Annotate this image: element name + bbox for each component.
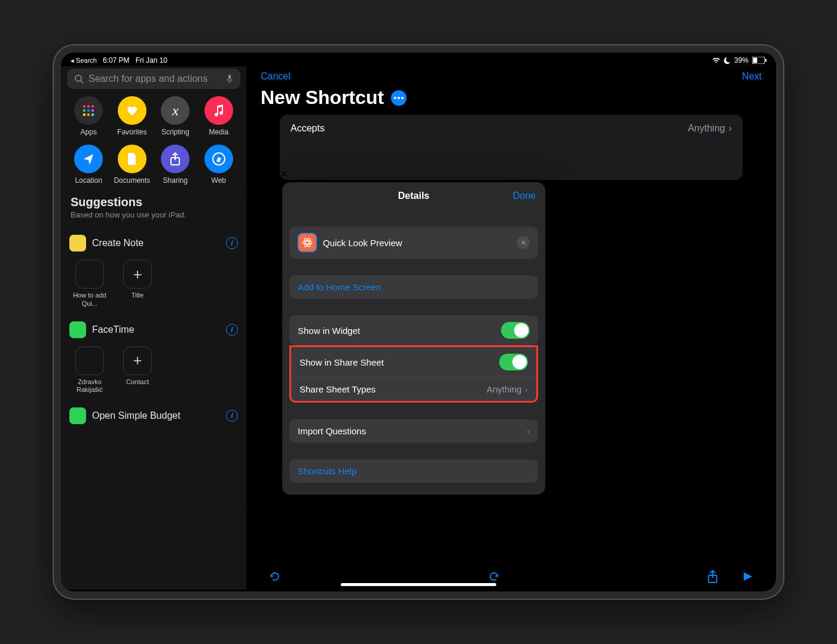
shortcut-name-field[interactable]: Quick Look Preview xyxy=(323,238,511,248)
app-icon xyxy=(69,407,86,424)
suggestion-tile[interactable]: Zdravko Rakijašić xyxy=(69,346,110,395)
search-input-container[interactable] xyxy=(67,69,240,89)
chevron-right-icon: › xyxy=(527,427,530,436)
category-media[interactable]: Media xyxy=(197,96,241,136)
search-icon xyxy=(74,74,84,84)
editor-toolbar xyxy=(258,563,764,590)
chevron-right-icon: › xyxy=(729,123,732,134)
done-button[interactable]: Done xyxy=(513,191,536,201)
category-grid: AppsFavoritesxScriptingMediaLocationDocu… xyxy=(67,96,240,185)
share-button[interactable] xyxy=(705,569,720,584)
suggestion-tile[interactable]: +Title xyxy=(117,260,158,308)
suggestion-tile[interactable]: How to add Qui... xyxy=(69,260,110,308)
svg-rect-14 xyxy=(91,114,94,116)
svg-rect-6 xyxy=(83,105,85,108)
action-library-sidebar: AppsFavoritesxScriptingMediaLocationDocu… xyxy=(61,66,246,590)
suggestion-create-note[interactable]: Create Note i xyxy=(67,231,240,255)
undo-button[interactable] xyxy=(268,569,282,584)
popover-title: Details xyxy=(398,191,429,201)
info-button[interactable]: i xyxy=(226,410,238,422)
svg-rect-5 xyxy=(228,75,231,79)
suggestions-title: Suggestions xyxy=(71,195,237,209)
suggestion-tile[interactable]: +Contact xyxy=(117,346,158,395)
svg-rect-1 xyxy=(753,58,757,63)
add-to-home-screen[interactable]: Add to Home Screen xyxy=(289,275,538,299)
show-in-share-sheet-row: Show in Share Sheet xyxy=(291,347,536,377)
redo-button[interactable] xyxy=(487,569,501,584)
delete-action-button[interactable]: ✕ xyxy=(280,168,743,180)
category-sharing[interactable]: Sharing xyxy=(154,145,197,185)
chevron-right-icon: › xyxy=(525,385,528,394)
suggestion-open-simple-budget[interactable]: Open Simple Budget i xyxy=(67,404,240,428)
suggestions-header: Suggestions Based on how you use your iP… xyxy=(67,194,240,222)
wifi-icon xyxy=(712,57,720,63)
svg-rect-13 xyxy=(87,114,90,116)
back-to-search[interactable]: ◂ Search xyxy=(71,57,97,65)
category-web[interactable]: Web xyxy=(197,145,241,185)
mic-icon[interactable] xyxy=(226,74,233,84)
more-button[interactable] xyxy=(391,90,407,106)
category-scripting[interactable]: xScripting xyxy=(154,96,197,136)
shortcut-name-cell[interactable]: Quick Look Preview ✕ xyxy=(289,226,538,259)
svg-rect-7 xyxy=(87,105,90,108)
shortcuts-help-row[interactable]: Shortcuts Help xyxy=(289,459,538,483)
info-button[interactable]: i xyxy=(226,237,238,249)
shortcut-title: New Shortcut xyxy=(261,87,384,109)
action-value: Anything xyxy=(688,123,725,134)
svg-point-19 xyxy=(401,97,404,99)
status-bar: ◂ Search 6:07 PM Fri Jan 10 39% xyxy=(61,53,776,66)
details-popover: Details Done Quick Look Preview ✕ Add t xyxy=(282,182,545,495)
action-key: Accepts xyxy=(291,123,325,134)
category-favorites[interactable]: Favorites xyxy=(111,96,154,136)
show-in-widget-toggle[interactable] xyxy=(501,322,530,339)
svg-point-18 xyxy=(398,97,400,99)
category-documents[interactable]: Documents xyxy=(111,145,154,185)
svg-rect-8 xyxy=(91,105,94,108)
search-input[interactable] xyxy=(88,73,221,84)
dnd-moon-icon xyxy=(724,57,731,64)
category-location[interactable]: Location xyxy=(67,145,111,185)
info-button[interactable]: i xyxy=(226,324,238,336)
show-in-share-sheet-toggle[interactable] xyxy=(499,354,528,370)
cancel-button[interactable]: Cancel xyxy=(261,71,291,82)
svg-point-17 xyxy=(394,97,396,99)
share-sheet-types-row[interactable]: Share Sheet Types Anything › xyxy=(291,377,536,401)
app-icon xyxy=(69,235,86,252)
category-apps[interactable]: Apps xyxy=(67,96,111,136)
status-time: 6:07 PM xyxy=(103,56,130,65)
svg-point-22 xyxy=(303,241,312,244)
battery-icon xyxy=(752,57,766,64)
app-icon xyxy=(69,321,86,338)
status-date: Fri Jan 10 xyxy=(136,56,167,65)
svg-rect-9 xyxy=(83,109,85,112)
battery-percent: 39% xyxy=(734,56,749,65)
suggestion-facetime[interactable]: FaceTime i xyxy=(67,318,240,342)
svg-rect-2 xyxy=(765,59,766,62)
suggestions-subtitle: Based on how you use your iPad. xyxy=(71,210,237,219)
svg-rect-12 xyxy=(83,114,85,116)
home-indicator[interactable] xyxy=(341,583,496,586)
show-in-widget-row: Show in Widget xyxy=(289,315,538,345)
svg-line-4 xyxy=(81,81,83,83)
action-accepts-block[interactable]: Accepts Anything › ✕ xyxy=(280,115,743,180)
clear-name-button[interactable]: ✕ xyxy=(517,236,530,249)
svg-point-3 xyxy=(75,75,81,81)
play-button[interactable] xyxy=(740,569,754,584)
editor-topbar: Cancel Next xyxy=(258,66,764,85)
shortcut-icon[interactable] xyxy=(298,233,317,252)
next-button[interactable]: Next xyxy=(742,71,762,82)
import-questions-row[interactable]: Import Questions › xyxy=(289,419,538,443)
svg-rect-10 xyxy=(87,109,90,112)
svg-rect-11 xyxy=(91,109,94,112)
